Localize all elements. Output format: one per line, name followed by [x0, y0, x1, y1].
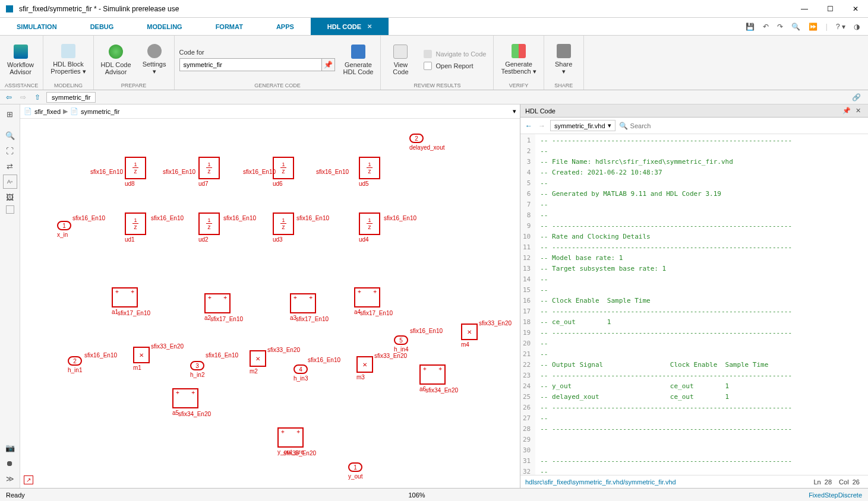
label-out-delayed_xout: delayed_xout	[409, 144, 445, 151]
tab-modeling[interactable]: MODELING	[130, 18, 198, 35]
more-icon[interactable]: ◑	[851, 20, 862, 33]
block-ud4[interactable]: 1z	[359, 213, 380, 235]
block-in-h_in4[interactable]: 5	[394, 335, 408, 345]
file-path-link[interactable]: hdlsrc\sfir_fixed\symmetric_fir.vhd/symm…	[525, 478, 810, 486]
navigate-to-code-button[interactable]: Navigate to Code	[421, 49, 488, 59]
model-icon: 📄	[24, 107, 32, 115]
search-code-icon[interactable]: 🔍	[619, 122, 628, 130]
search-icon[interactable]: 🔍	[789, 20, 803, 33]
block-m2[interactable]: ✕	[250, 350, 266, 367]
dropdown-icon[interactable]: ▾	[513, 107, 516, 115]
label-ud1: ud1	[125, 236, 135, 243]
block-ud7[interactable]: 1z	[198, 157, 220, 179]
block-ud8[interactable]: 1z	[125, 157, 146, 179]
block-ud1[interactable]: 1z	[125, 213, 146, 235]
block-a6[interactable]: ++	[419, 364, 446, 385]
restore-icon[interactable]: ↗	[24, 475, 33, 484]
code-for-label: Code for	[179, 49, 335, 56]
breadcrumb: 📄 sfir_fixed ▶ 📄 symmetric_fir ▾	[20, 104, 520, 119]
panel-fwd-icon[interactable]: →	[537, 121, 547, 131]
block-ud5[interactable]: 1z	[359, 157, 380, 179]
block-icon[interactable]	[6, 205, 14, 214]
view-code-button[interactable]: View Code	[386, 43, 415, 77]
block-a2[interactable]: ++	[204, 293, 231, 313]
block-a4[interactable]: ++	[354, 287, 380, 307]
image-icon[interactable]: 🖼	[3, 190, 17, 204]
save-icon[interactable]: 💾	[743, 20, 757, 33]
code-gutter: 1234567891011121314151617181920212223242…	[520, 134, 535, 475]
block-in-h_in2[interactable]: 3	[190, 361, 204, 370]
tab-format[interactable]: FORMAT	[199, 18, 260, 35]
code-for-input[interactable]	[179, 58, 322, 71]
chevron-down-icon: ▾	[608, 122, 611, 129]
doc-tab[interactable]: symmetric_fir	[46, 92, 96, 103]
expand-icon[interactable]: ≫	[3, 471, 17, 486]
forward-icon[interactable]: ⇨	[18, 92, 29, 103]
settings-button[interactable]: Settings ▾	[140, 43, 169, 77]
block-out-delayed_xout[interactable]: 2	[409, 134, 424, 143]
help-icon[interactable]: ? ▾	[834, 20, 848, 33]
close-panel-icon[interactable]: ✕	[853, 107, 863, 115]
tab-debug[interactable]: DEBUG	[74, 18, 131, 35]
panel-back-icon[interactable]: ←	[524, 121, 534, 131]
block-a3[interactable]: ++	[290, 293, 316, 313]
sep: |	[823, 20, 830, 33]
code-lines[interactable]: -- -------------------------------------…	[535, 134, 797, 475]
block-out-y_out[interactable]: 1	[348, 462, 362, 472]
share-button[interactable]: Share ▾	[549, 43, 579, 77]
maximize-button[interactable]: ☐	[822, 2, 838, 15]
explorer-icon[interactable]: ⊞	[3, 107, 17, 121]
redo-icon[interactable]: ↷	[775, 20, 785, 33]
generate-testbench-button[interactable]: Generate Testbench ▾	[498, 43, 538, 77]
close-tab-icon[interactable]: ✕	[367, 23, 372, 30]
back-icon[interactable]: ⇦	[4, 92, 14, 103]
dock-icon[interactable]: 📌	[840, 107, 853, 115]
block-m1[interactable]: ✕	[133, 347, 150, 363]
label-in-h_in3: h_in3	[293, 375, 308, 382]
hdl-code-advisor-button[interactable]: HDL Code Advisor	[99, 43, 134, 77]
record-icon[interactable]: ⏺	[3, 456, 17, 470]
workflow-advisor-icon	[14, 45, 28, 59]
pin-icon[interactable]: 📌	[322, 58, 335, 71]
breadcrumb-sub[interactable]: symmetric_fir	[81, 108, 119, 115]
block-y_out_pre[interactable]: ++	[277, 427, 304, 448]
zoom-icon[interactable]: 🔍	[3, 128, 17, 142]
workflow-advisor-button[interactable]: Workflow Advisor	[5, 43, 36, 77]
block-m4[interactable]: ✕	[461, 324, 478, 340]
block-in-h_in3[interactable]: 4	[293, 364, 308, 374]
tab-apps[interactable]: APPS	[260, 18, 311, 35]
block-ud6[interactable]: 1z	[273, 157, 294, 179]
hdl-block-icon	[61, 44, 75, 58]
label-ud3: ud3	[273, 236, 283, 243]
open-report-button[interactable]: Open Report	[421, 61, 488, 71]
block-in-x_in[interactable]: 1	[57, 221, 71, 230]
block-a1[interactable]: ++	[112, 287, 138, 307]
search-code-input[interactable]	[630, 122, 864, 129]
block-in-h_in1[interactable]: 2	[68, 356, 82, 366]
annotate-icon[interactable]: A▫	[3, 175, 17, 189]
breadcrumb-root[interactable]: sfir_fixed	[34, 108, 61, 115]
hdl-block-properties-button[interactable]: HDL Block Properties ▾	[48, 43, 88, 77]
minimize-button[interactable]: —	[796, 2, 813, 15]
block-ud2[interactable]: 1z	[198, 213, 220, 235]
swap-icon[interactable]: ⇄	[3, 159, 17, 173]
undo-icon[interactable]: ↶	[760, 20, 771, 33]
link-icon[interactable]: 🔗	[848, 93, 864, 102]
status-zoom[interactable]: 106%	[384, 492, 449, 499]
block-ud3[interactable]: 1z	[273, 213, 294, 235]
screenshot-icon[interactable]: 📷	[3, 440, 17, 455]
tab-hdlcode[interactable]: HDL CODE ✕	[311, 18, 389, 35]
block-a5[interactable]: ++	[172, 388, 198, 408]
up-icon[interactable]: ⇧	[32, 92, 43, 103]
tab-simulation[interactable]: SIMULATION	[0, 18, 74, 35]
simulink-diagram[interactable]: ↗ 1x_in2h_in13h_in24h_in35h_in42delayed_…	[20, 119, 520, 488]
shortcuts-icon[interactable]: ⏩	[806, 20, 820, 33]
status-solver[interactable]: FixedStepDiscrete	[809, 492, 862, 499]
generate-hdl-button[interactable]: Generate HDL Code	[341, 43, 376, 77]
check-icon	[109, 45, 123, 59]
close-button[interactable]: ✕	[848, 2, 863, 15]
fit-icon[interactable]: ⛶	[3, 144, 17, 158]
block-m3[interactable]: ✕	[356, 356, 373, 373]
file-dropdown[interactable]: symmetric_fir.vhd ▾	[550, 120, 616, 131]
label-ud2: ud2	[198, 236, 209, 243]
